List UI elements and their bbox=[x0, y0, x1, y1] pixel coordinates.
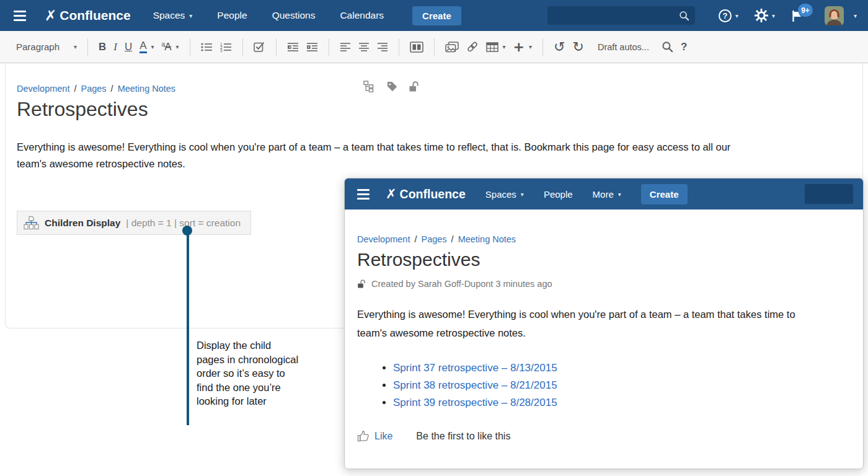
confluence-logo-icon: ✗ bbox=[45, 7, 56, 24]
chevron-down-icon: ▾ bbox=[618, 191, 621, 198]
breadcrumb-link-meeting-notes[interactable]: Meeting Notes bbox=[458, 234, 516, 244]
child-pages-list: Sprint 37 retrospective – 8/13/2015 Spri… bbox=[357, 362, 863, 409]
paragraph-style-dropdown[interactable]: Paragraph ▾ bbox=[12, 39, 81, 55]
help-icon: ? bbox=[719, 9, 732, 22]
formatting-menu-button[interactable]: aA ▾ bbox=[158, 38, 183, 56]
thumbs-up-icon bbox=[357, 430, 370, 442]
confluence-logo[interactable]: ✗ Confluence bbox=[45, 7, 131, 24]
breadcrumb-link-development[interactable]: Development bbox=[357, 234, 410, 244]
redo-icon: ↻ bbox=[572, 39, 583, 55]
body-line-1: Everything is awesome! Everything is coo… bbox=[357, 305, 863, 324]
nav-right-group: ? ▾ ▾ 9+ ▾ bbox=[712, 6, 857, 25]
main-nav-bar: ✗ Confluence Spaces ▾ People Questions C… bbox=[0, 0, 868, 31]
nav-item-questions[interactable]: Questions bbox=[272, 10, 316, 21]
nav-item-more[interactable]: More ▾ bbox=[593, 189, 621, 200]
indent-button[interactable] bbox=[303, 40, 322, 55]
sprint-37-link[interactable]: Sprint 37 retrospective – 8/13/2015 bbox=[393, 362, 557, 374]
task-list-button[interactable] bbox=[250, 39, 269, 55]
list-item: Sprint 39 retrospective – 8/28/2015 bbox=[393, 397, 863, 409]
breadcrumb-link-pages[interactable]: Pages bbox=[421, 234, 446, 244]
chevron-down-icon: ▾ bbox=[176, 43, 179, 50]
nav-item-spaces[interactable]: Spaces ▾ bbox=[153, 10, 193, 21]
link-icon bbox=[466, 41, 479, 53]
list-item: Sprint 38 retrospective – 8/21/2015 bbox=[393, 379, 863, 392]
confluence-logo-icon: ✗ bbox=[386, 187, 397, 201]
like-status-text: Be the first to like this bbox=[416, 431, 510, 442]
annotation-pointer-line bbox=[187, 231, 189, 425]
confluence-logo[interactable]: ✗ Confluence bbox=[386, 187, 466, 201]
sprint-38-link[interactable]: Sprint 38 retrospective – 8/21/2015 bbox=[393, 379, 557, 391]
editor-search-button[interactable] bbox=[658, 38, 677, 55]
bullet-list-icon bbox=[201, 42, 213, 52]
search-input[interactable] bbox=[547, 6, 695, 25]
undo-button[interactable]: ↺ bbox=[550, 37, 569, 57]
insert-more-button[interactable]: + ▾ bbox=[510, 40, 536, 54]
help-menu[interactable]: ? ▾ bbox=[719, 9, 738, 22]
page-tree-icon[interactable] bbox=[363, 81, 376, 92]
chevron-down-icon: ▾ bbox=[189, 12, 192, 19]
underline-button[interactable]: U bbox=[121, 38, 136, 56]
page-layout-button[interactable] bbox=[406, 39, 427, 55]
sprint-39-link[interactable]: Sprint 39 retrospective – 8/28/2015 bbox=[393, 397, 557, 408]
breadcrumb-link-pages[interactable]: Pages bbox=[81, 84, 106, 94]
italic-button[interactable]: I bbox=[110, 38, 121, 56]
breadcrumb-link-meeting-notes[interactable]: Meeting Notes bbox=[118, 84, 176, 94]
text-color-button[interactable]: A ▾ bbox=[136, 38, 157, 56]
breadcrumb-link-development[interactable]: Development bbox=[17, 84, 69, 94]
panel-nav-bar: ✗ Confluence Spaces ▾ People More ▾ Crea… bbox=[345, 178, 863, 209]
notifications-button[interactable]: 9+ bbox=[791, 9, 805, 22]
indent-icon bbox=[306, 42, 318, 52]
annotation-pointer-dot bbox=[182, 226, 192, 236]
brand-name: Confluence bbox=[400, 187, 466, 201]
body-line-2: team's awesome retrospective notes. bbox=[357, 324, 863, 342]
bold-button[interactable]: B bbox=[95, 38, 110, 56]
nav-item-people[interactable]: People bbox=[544, 189, 573, 200]
editor-toolbar: Paragraph ▾ B I U A ▾ aA ▾ 123 bbox=[0, 31, 868, 63]
bullet-list-button[interactable] bbox=[197, 40, 216, 55]
gear-icon bbox=[755, 9, 768, 22]
toolbar-divider bbox=[434, 38, 435, 56]
byline: Created by Sarah Goff-Dupont 3 minutes a… bbox=[357, 279, 863, 289]
unlock-icon[interactable] bbox=[409, 81, 419, 92]
insert-link-button[interactable] bbox=[463, 38, 482, 55]
align-center-button[interactable] bbox=[355, 40, 373, 55]
like-bar: Like Be the first to like this bbox=[357, 430, 863, 442]
svg-text:3: 3 bbox=[220, 48, 223, 52]
page-body-text[interactable]: Everything is awesome! Everything is coo… bbox=[17, 139, 857, 172]
settings-menu[interactable]: ▾ bbox=[755, 9, 775, 22]
avatar[interactable] bbox=[825, 6, 844, 25]
chevron-down-icon: ▾ bbox=[854, 12, 857, 19]
create-button[interactable]: Create bbox=[641, 184, 688, 205]
macro-name: Children Display bbox=[45, 218, 120, 229]
page-title-field[interactable]: Retrospectives bbox=[17, 98, 148, 121]
outdent-button[interactable] bbox=[283, 40, 303, 55]
search-icon bbox=[679, 11, 689, 21]
breadcrumb-separator: / bbox=[414, 234, 417, 244]
align-center-icon bbox=[358, 42, 370, 52]
nav-item-spaces[interactable]: Spaces ▾ bbox=[485, 189, 524, 200]
align-left-button[interactable] bbox=[336, 40, 355, 55]
breadcrumb: Development / Pages / Meeting Notes bbox=[357, 234, 863, 244]
create-button[interactable]: Create bbox=[412, 6, 461, 25]
hamburger-menu-icon[interactable] bbox=[11, 8, 29, 24]
insert-files-button[interactable] bbox=[441, 39, 463, 55]
toolbar-divider bbox=[87, 38, 88, 56]
panel-page-content: Development / Pages / Meeting Notes Retr… bbox=[345, 209, 863, 442]
children-display-macro[interactable]: Children Display | depth = 1 | sort = cr… bbox=[17, 211, 251, 235]
like-button[interactable]: Like bbox=[357, 430, 392, 442]
chevron-down-icon: ▾ bbox=[503, 43, 506, 50]
align-left-icon bbox=[340, 42, 351, 52]
insert-table-button[interactable]: ▾ bbox=[482, 40, 510, 55]
numbered-list-button[interactable]: 123 bbox=[216, 40, 236, 55]
redo-button[interactable]: ↻ bbox=[569, 37, 587, 57]
hamburger-menu-icon[interactable] bbox=[355, 187, 372, 202]
page-status-icons bbox=[363, 81, 419, 92]
nav-item-calendars[interactable]: Calendars bbox=[340, 10, 384, 21]
nav-item-people[interactable]: People bbox=[217, 10, 247, 21]
editor-help-button[interactable]: ? bbox=[677, 38, 691, 56]
breadcrumb: Development / Pages / Meeting Notes bbox=[17, 84, 175, 94]
align-right-button[interactable] bbox=[373, 40, 392, 55]
labels-tag-icon[interactable] bbox=[386, 81, 398, 92]
search-input[interactable] bbox=[805, 184, 853, 204]
task-checkbox-icon bbox=[254, 42, 265, 52]
